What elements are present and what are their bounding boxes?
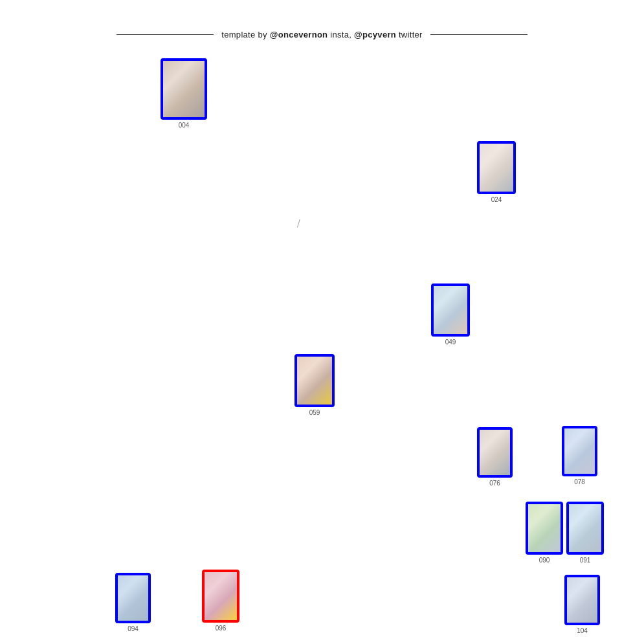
card-049-image [431, 283, 470, 337]
card-059[interactable]: 059 [294, 354, 335, 416]
card-096-image [202, 570, 239, 623]
card-104-image [564, 575, 600, 625]
card-090-label: 090 [539, 557, 550, 564]
card-078[interactable]: 078 [562, 426, 597, 485]
card-096[interactable]: 096 [202, 570, 239, 632]
card-096-label: 096 [216, 625, 227, 632]
card-049[interactable]: 049 [431, 283, 470, 346]
card-078-label: 078 [574, 478, 585, 485]
card-104[interactable]: 104 [564, 575, 600, 634]
card-076[interactable]: 076 [477, 427, 513, 487]
card-004[interactable]: 004 [161, 58, 207, 129]
card-049-label: 049 [445, 339, 456, 346]
card-004-label: 004 [179, 122, 190, 129]
insta-handle: @oncevernon [270, 30, 328, 39]
card-059-label: 059 [309, 409, 320, 416]
header-text: template by @oncevernon insta, @pcyvern … [221, 30, 422, 39]
card-024-label: 024 [491, 196, 502, 203]
card-076-label: 076 [489, 480, 500, 487]
card-059-image [294, 354, 335, 407]
card-024-image [477, 141, 516, 194]
card-024[interactable]: 024 [477, 141, 516, 203]
card-091-image [566, 502, 604, 555]
pencil-mark: ╱ [296, 220, 301, 228]
card-104-label: 104 [577, 627, 588, 634]
card-078-image [562, 426, 597, 476]
card-094[interactable]: 094 [115, 573, 151, 632]
card-091[interactable]: 091 [566, 502, 604, 564]
card-090[interactable]: 090 [526, 502, 563, 564]
card-094-label: 094 [128, 625, 139, 632]
card-094-image [115, 573, 151, 623]
card-091-label: 091 [580, 557, 591, 564]
card-076-image [477, 427, 513, 478]
card-004-image [161, 58, 207, 120]
twitter-handle: @pcyvern [354, 30, 396, 39]
card-090-image [526, 502, 563, 555]
header-banner: template by @oncevernon insta, @pcyvern … [0, 30, 644, 39]
